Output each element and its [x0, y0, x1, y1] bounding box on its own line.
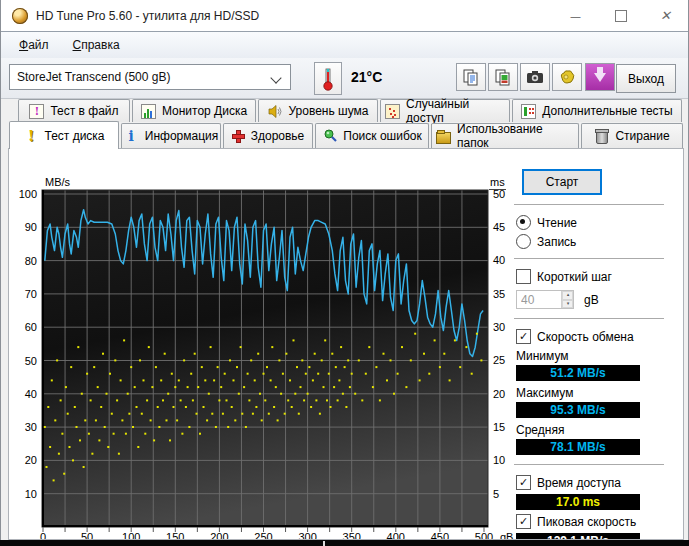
control-panel: Старт Чтение Запись Короткий шаг gB — [514, 169, 664, 540]
burst-rate-checkbox[interactable] — [516, 514, 531, 529]
tab-health[interactable]: Здоровье — [223, 123, 313, 148]
stride-unit-label: gB — [584, 293, 599, 307]
burst-rate-label: Пиковая скорость — [537, 515, 636, 529]
step-up-icon[interactable] — [562, 291, 573, 300]
right-tick-label: 5 — [493, 488, 499, 500]
stride-stepper[interactable] — [561, 291, 573, 308]
left-tick-label: 70 — [25, 288, 37, 300]
step-down-icon[interactable] — [562, 300, 573, 309]
right-axis-title: ms — [490, 176, 505, 188]
read-radio-row[interactable]: Чтение — [516, 215, 664, 230]
copy-image-button[interactable] — [488, 63, 518, 91]
app-disk-icon — [12, 8, 28, 24]
toolbar: StoreJet Transcend (500 gB) 21°C — [1, 58, 688, 99]
copy-image-icon — [494, 68, 512, 86]
tab-benchmark[interactable]: ! Тест диска — [9, 121, 119, 149]
menu-help[interactable]: Справка — [65, 35, 128, 55]
minimum-label: Минимум — [516, 349, 664, 363]
hd-tune-window: HD Tune Pro 5.60 - утилита для HD/SSD Фа… — [0, 0, 689, 546]
x-tick-label: 200 — [210, 531, 228, 540]
benchmark-icon: ! — [23, 128, 38, 143]
transfer-rate-label: Скорость обмена — [537, 330, 634, 344]
tab-disk-monitor[interactable]: Монитор Диска — [132, 99, 256, 122]
tab-random-access[interactable]: Случайный доступ — [380, 99, 510, 122]
download-button[interactable] — [585, 63, 615, 91]
extra-tests-icon — [521, 104, 536, 119]
close-icon — [660, 8, 671, 23]
stride-size-input[interactable] — [517, 291, 561, 308]
info-icon: i — [124, 129, 139, 144]
read-radio[interactable] — [516, 215, 531, 230]
right-tick-label: 15 — [493, 421, 505, 433]
temperature-button[interactable] — [314, 62, 342, 95]
stride-size-field[interactable] — [516, 290, 574, 309]
write-radio-row[interactable]: Запись — [516, 234, 664, 249]
maximum-label: Максимум — [516, 386, 664, 400]
x-tick-label: 50 — [81, 531, 93, 540]
window-title: HD Tune Pro 5.60 - утилита для HD/SSD — [36, 9, 259, 23]
short-stride-checkbox[interactable] — [516, 269, 531, 284]
x-tick-label: 250 — [254, 531, 272, 540]
tab-error-scan[interactable]: Поиск ошибок — [315, 123, 429, 148]
access-time-row[interactable]: Время доступа — [516, 475, 664, 490]
burst-rate-row[interactable]: Пиковая скорость — [516, 514, 664, 529]
copy-text-icon — [462, 68, 480, 86]
access-time-checkbox[interactable] — [516, 475, 531, 490]
right-tick-label: 30 — [493, 321, 505, 333]
menu-bar: Файл Справка — [1, 32, 688, 58]
transfer-rate-checkbox[interactable] — [516, 329, 531, 344]
tab-info[interactable]: i Информация — [121, 123, 221, 148]
copy-text-button[interactable] — [456, 63, 486, 91]
tab-noise-level[interactable]: Уровень шума — [258, 99, 378, 122]
x-tick-label: 350 — [343, 531, 361, 540]
maximum-value: 95.3 MB/s — [516, 402, 640, 418]
disk-monitor-icon — [141, 104, 156, 119]
left-tick-label: 50 — [25, 355, 37, 367]
left-tick-label: 30 — [25, 421, 37, 433]
magnifier-icon — [322, 129, 337, 144]
transfer-rate-row[interactable]: Скорость обмена — [516, 329, 664, 344]
camera-icon — [526, 70, 544, 84]
taskbar-mark — [323, 541, 325, 546]
screenshot-button[interactable] — [520, 63, 550, 91]
folder-icon — [436, 129, 451, 144]
left-axis-title: MB/s — [45, 176, 71, 188]
separator — [514, 204, 664, 206]
tab-folder-usage[interactable]: Использование папок — [431, 123, 579, 148]
x-tick-label: 450 — [431, 531, 449, 540]
short-stride-row[interactable]: Короткий шаг — [516, 269, 664, 284]
separator — [514, 464, 664, 466]
close-button[interactable] — [643, 0, 688, 31]
separator — [514, 258, 664, 260]
exit-button[interactable]: Выход — [616, 64, 676, 93]
trash-icon — [594, 129, 609, 144]
minimize-button[interactable] — [553, 0, 598, 31]
tab-file-benchmark[interactable]: ! Тест в файл — [18, 99, 130, 122]
left-tick-label: 90 — [25, 221, 37, 233]
tab-erase[interactable]: Стирание — [581, 123, 683, 148]
down-arrow-icon — [594, 73, 606, 82]
write-radio[interactable] — [516, 234, 531, 249]
x-tick-label: 500 — [475, 531, 493, 540]
speaker-icon — [268, 104, 283, 119]
minimum-value: 51.2 MB/s — [516, 365, 640, 381]
drive-selector[interactable]: StoreJet Transcend (500 gB) — [9, 64, 291, 90]
random-access-icon — [385, 104, 400, 119]
left-tick-label: 80 — [25, 255, 37, 267]
tab-extra-tests[interactable]: Дополнительные тесты — [512, 99, 682, 122]
temperature-value: 21°C — [351, 69, 382, 85]
save-results-button[interactable] — [552, 63, 582, 91]
short-stride-label: Короткий шаг — [537, 270, 612, 284]
file-test-icon: ! — [29, 104, 44, 119]
right-tick-label: 45 — [493, 221, 505, 233]
right-tick-label: 25 — [493, 354, 505, 366]
start-button[interactable]: Старт — [522, 169, 602, 195]
chevron-down-icon — [270, 72, 281, 83]
write-radio-label: Запись — [537, 235, 576, 249]
maximize-button[interactable] — [598, 0, 643, 31]
thermometer-icon — [322, 67, 334, 91]
average-label: Средняя — [516, 423, 664, 437]
left-tick-label: 60 — [25, 321, 37, 333]
menu-file[interactable]: Файл — [11, 35, 57, 55]
title-bar: HD Tune Pro 5.60 - утилита для HD/SSD — [1, 0, 688, 32]
